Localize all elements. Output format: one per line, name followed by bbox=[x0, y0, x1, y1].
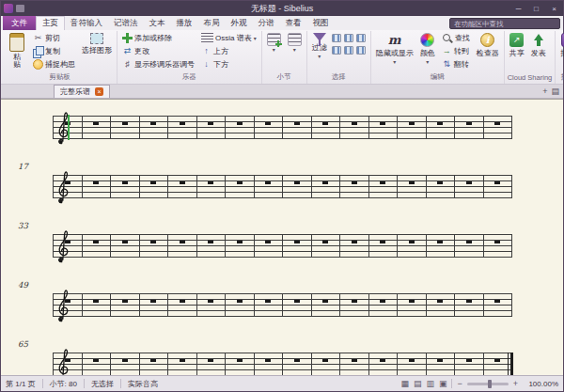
change-instrument-button[interactable]: ⇄ 更改 bbox=[120, 45, 196, 57]
measure[interactable] bbox=[484, 175, 513, 198]
tab-notations[interactable]: 记谱法 bbox=[108, 16, 144, 30]
measure[interactable] bbox=[283, 293, 312, 317]
copy-button[interactable]: 复制 bbox=[31, 45, 77, 57]
measure[interactable] bbox=[340, 175, 369, 198]
measure[interactable] bbox=[140, 293, 169, 317]
cut-button[interactable]: ✂ 剪切 bbox=[31, 32, 77, 44]
tab-note-input[interactable]: 音符输入 bbox=[65, 16, 108, 30]
measure[interactable] bbox=[369, 234, 399, 258]
measure[interactable] bbox=[455, 293, 484, 317]
measure[interactable] bbox=[226, 175, 255, 198]
measure[interactable] bbox=[398, 116, 427, 139]
measure[interactable] bbox=[255, 293, 284, 317]
measure[interactable] bbox=[197, 353, 227, 375]
inspector-button[interactable]: i 检查器 bbox=[475, 32, 501, 59]
flip-button[interactable]: ⇅ 翻转 bbox=[440, 58, 472, 71]
measure[interactable] bbox=[168, 234, 197, 258]
zoom-slider[interactable] bbox=[467, 383, 509, 385]
score-page[interactable]: 17 33 49 65 bbox=[1, 99, 563, 375]
filter-button[interactable]: 过滤 ▾ bbox=[310, 32, 329, 60]
ossia-above-button[interactable]: ↑ 上方 bbox=[199, 45, 258, 57]
measure[interactable] bbox=[427, 293, 456, 317]
tab-parts[interactable]: 分谱 bbox=[253, 16, 280, 30]
panel-toggle-icon[interactable]: ▥ bbox=[426, 380, 434, 388]
measure[interactable] bbox=[312, 234, 341, 258]
measure[interactable] bbox=[312, 116, 341, 139]
transposing-score-button[interactable]: ♯ 显示移调乐器调号 bbox=[120, 58, 196, 71]
capture-idea-button[interactable]: 捕捉构思 bbox=[31, 58, 77, 71]
panel-toggle-icon[interactable]: ▣ bbox=[439, 380, 447, 388]
measure[interactable] bbox=[398, 234, 427, 258]
measure[interactable] bbox=[226, 116, 255, 139]
measure[interactable] bbox=[83, 293, 112, 317]
measure[interactable] bbox=[168, 116, 197, 139]
measure[interactable] bbox=[226, 353, 255, 375]
panel-toggle-icon[interactable]: ▦ bbox=[400, 380, 409, 388]
measure[interactable] bbox=[140, 353, 169, 375]
paste-button[interactable]: 粘贴 bbox=[6, 32, 28, 71]
ossia-staff-button[interactable]: Ossia 谱表 ▾ bbox=[199, 32, 258, 44]
close-button[interactable]: × bbox=[545, 1, 563, 16]
tab-review[interactable]: 查看 bbox=[280, 16, 307, 30]
tab-file[interactable]: 文件 bbox=[3, 16, 36, 30]
new-tab-button[interactable]: + bbox=[542, 86, 547, 96]
measure[interactable] bbox=[283, 175, 312, 198]
minimize-button[interactable]: ─ bbox=[509, 1, 527, 16]
measure[interactable] bbox=[197, 175, 227, 198]
measure[interactable] bbox=[283, 116, 312, 139]
tab-appearance[interactable]: 外观 bbox=[226, 16, 253, 30]
treble-clef-icon[interactable] bbox=[55, 227, 70, 265]
zoom-out-button[interactable]: − bbox=[457, 380, 462, 388]
measure[interactable] bbox=[340, 353, 369, 375]
measure[interactable] bbox=[427, 353, 456, 375]
measure[interactable] bbox=[111, 353, 140, 375]
measure[interactable] bbox=[455, 175, 484, 198]
app-icon[interactable] bbox=[4, 4, 13, 13]
panel-toggle-icon[interactable]: ▤ bbox=[414, 380, 422, 388]
measure[interactable] bbox=[111, 116, 140, 139]
select-more-icon[interactable] bbox=[344, 34, 353, 42]
measure[interactable] bbox=[427, 116, 456, 139]
measure[interactable] bbox=[140, 175, 169, 198]
measure[interactable] bbox=[83, 175, 112, 198]
select-bars-icon[interactable] bbox=[356, 34, 366, 42]
measure[interactable] bbox=[168, 353, 197, 375]
publish-button[interactable]: 发表 bbox=[529, 32, 548, 59]
measure[interactable] bbox=[111, 234, 140, 258]
measure[interactable] bbox=[455, 353, 484, 375]
measure[interactable] bbox=[484, 293, 513, 317]
tab-list-button[interactable]: ▤ bbox=[551, 86, 559, 96]
tab-play[interactable]: 播放 bbox=[171, 16, 198, 30]
measure[interactable] bbox=[455, 116, 484, 139]
measure[interactable] bbox=[484, 234, 513, 258]
measure[interactable] bbox=[111, 175, 140, 198]
save-icon[interactable] bbox=[16, 5, 24, 12]
measure[interactable] bbox=[168, 293, 197, 317]
plugins-button[interactable]: 插件 bbox=[558, 32, 564, 59]
measure[interactable] bbox=[369, 175, 399, 198]
maximize-button[interactable]: □ bbox=[527, 1, 545, 16]
measure[interactable] bbox=[226, 293, 255, 317]
measure[interactable] bbox=[427, 175, 456, 198]
treble-clef-icon[interactable] bbox=[55, 168, 70, 206]
measure[interactable] bbox=[455, 234, 484, 258]
measure[interactable] bbox=[484, 116, 513, 139]
select-staff-icon[interactable] bbox=[344, 46, 353, 55]
measure[interactable] bbox=[255, 353, 284, 375]
measure[interactable] bbox=[283, 353, 312, 375]
share-button[interactable]: ↗ 共享 bbox=[508, 32, 526, 59]
tab-text[interactable]: 文本 bbox=[144, 16, 171, 30]
select-passage-icon[interactable] bbox=[332, 46, 341, 55]
measure[interactable] bbox=[140, 234, 169, 258]
measure[interactable] bbox=[369, 353, 399, 375]
measure[interactable] bbox=[340, 116, 369, 139]
measure[interactable] bbox=[83, 116, 112, 139]
select-system-icon[interactable] bbox=[356, 46, 366, 55]
zoom-slider-thumb[interactable] bbox=[488, 380, 492, 388]
ribbon-search-input[interactable] bbox=[449, 18, 560, 29]
measure[interactable] bbox=[427, 234, 456, 258]
measure[interactable] bbox=[283, 234, 312, 258]
measure[interactable] bbox=[369, 293, 399, 317]
tab-layout[interactable]: 布局 bbox=[198, 16, 226, 30]
measure[interactable] bbox=[226, 234, 255, 258]
